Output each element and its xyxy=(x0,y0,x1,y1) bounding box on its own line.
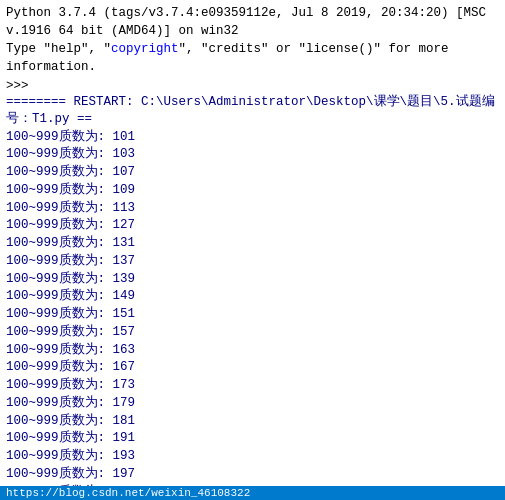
terminal-window: Python 3.7.4 (tags/v3.7.4:e09359112e, Ju… xyxy=(0,0,505,500)
header-section: Python 3.7.4 (tags/v3.7.4:e09359112e, Ju… xyxy=(6,4,499,77)
output-line: 100~999质数为: 131 xyxy=(6,235,499,253)
prompt-symbol: >>> xyxy=(6,79,29,93)
output-line: 100~999质数为: 167 xyxy=(6,359,499,377)
output-line: 100~999质数为: 181 xyxy=(6,413,499,431)
output-line: 100~999质数为: 151 xyxy=(6,306,499,324)
output-line: 100~999质数为: 193 xyxy=(6,448,499,466)
output-line: 100~999质数为: 149 xyxy=(6,288,499,306)
output-line: 100~999质数为: 157 xyxy=(6,324,499,342)
copyright-link[interactable]: copyright xyxy=(111,42,179,56)
status-bar-url[interactable]: https://blog.csdn.net/weixin_46108322 xyxy=(6,487,250,499)
output-line: 100~999质数为: 113 xyxy=(6,200,499,218)
status-bar: https://blog.csdn.net/weixin_46108322 xyxy=(0,486,505,500)
output-line: 100~999质数为: 109 xyxy=(6,182,499,200)
output-line: 100~999质数为: 197 xyxy=(6,466,499,484)
output-line: 100~999质数为: 179 xyxy=(6,395,499,413)
output-line: 100~999质数为: 107 xyxy=(6,164,499,182)
python-version-line: Python 3.7.4 (tags/v3.7.4:e09359112e, Ju… xyxy=(6,6,486,38)
output-container: 100~999质数为: 101100~999质数为: 103100~999质数为… xyxy=(6,129,499,501)
output-line: 100~999质数为: 191 xyxy=(6,430,499,448)
output-line: 100~999质数为: 101 xyxy=(6,129,499,147)
output-line: 100~999质数为: 103 xyxy=(6,146,499,164)
output-line: 100~999质数为: 163 xyxy=(6,342,499,360)
output-line: 100~999质数为: 173 xyxy=(6,377,499,395)
output-line: 100~999质数为: 127 xyxy=(6,217,499,235)
separator-line: ======== RESTART: C:\Users\Administrator… xyxy=(6,93,499,127)
output-line: 100~999质数为: 139 xyxy=(6,271,499,289)
output-line: 100~999质数为: 137 xyxy=(6,253,499,271)
prompt-line: >>> xyxy=(6,79,499,93)
help-info-line: Type "help", "copyright", "credits" or "… xyxy=(6,42,449,74)
